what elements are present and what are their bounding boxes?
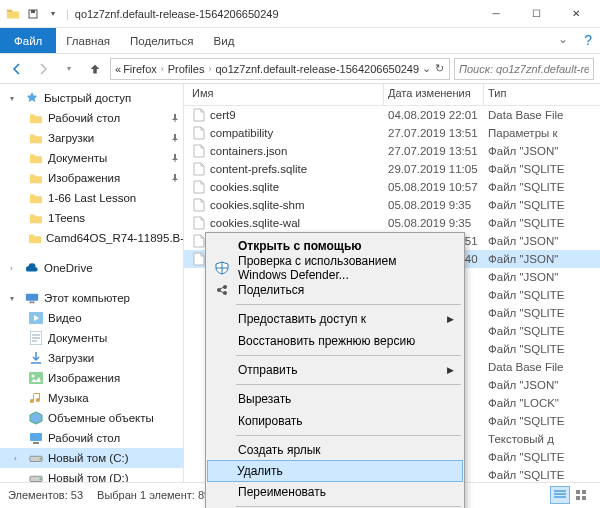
help-icon[interactable]: ? <box>576 28 600 53</box>
ctx-restore[interactable]: Восстановить прежнюю версию <box>208 330 462 352</box>
nav-label: Загрузки <box>48 352 94 364</box>
nav-quick-item[interactable]: Camd64OS_R74-11895.B-Special <box>0 228 183 248</box>
nav-quick-item[interactable]: Загрузки <box>0 128 183 148</box>
navigation-pane: ▾ Быстрый доступ Рабочий столЗагрузкиДок… <box>0 84 184 482</box>
nav-this-pc[interactable]: ▾ Этот компьютер <box>0 288 183 308</box>
file-row[interactable]: cookies.sqlite05.08.2019 10:57Файл "SQLI… <box>184 178 600 196</box>
file-row[interactable]: content-prefs.sqlite29.07.2019 11:05Файл… <box>184 160 600 178</box>
address-dropdown-icon[interactable]: ⌄ <box>421 62 432 75</box>
nav-pc-item[interactable]: Загрузки <box>0 348 183 368</box>
nav-back-button[interactable] <box>6 58 28 80</box>
ctx-send-to[interactable]: Отправить▶ <box>208 359 462 381</box>
search-input[interactable] <box>454 58 594 80</box>
chevron-right-icon[interactable]: › <box>206 64 213 74</box>
ctx-delete[interactable]: Удалить <box>207 460 463 482</box>
nav-pc-item[interactable]: Изображения <box>0 368 183 388</box>
file-row[interactable]: cookies.sqlite-wal05.08.2019 9:35Файл "S… <box>184 214 600 232</box>
ctx-separator <box>236 435 461 436</box>
ctx-label: Отправить <box>238 363 298 377</box>
ctx-cut[interactable]: Вырезать <box>208 388 462 410</box>
nav-label: 1Teens <box>48 212 85 224</box>
file-icon <box>192 450 206 464</box>
svg-point-11 <box>40 458 42 460</box>
chevron-down-icon[interactable]: ▾ <box>10 294 20 303</box>
nav-up-button[interactable] <box>84 58 106 80</box>
svg-rect-21 <box>582 496 586 500</box>
nav-pc-item[interactable]: Музыка <box>0 388 183 408</box>
nav-pc-item[interactable]: Рабочий стол <box>0 428 183 448</box>
qat-dropdown-icon[interactable]: ▾ <box>44 5 62 23</box>
ctx-shortcut[interactable]: Создать ярлык <box>208 439 462 461</box>
file-icon <box>192 216 206 230</box>
ctx-give-access[interactable]: Предоставить доступ к▶ <box>208 308 462 330</box>
column-date[interactable]: Дата изменения <box>384 84 484 105</box>
nav-recent-button[interactable]: ▾ <box>58 58 80 80</box>
chevron-right-icon[interactable]: › <box>10 264 20 273</box>
nav-quick-item[interactable]: Документы <box>0 148 183 168</box>
nav-quick-item[interactable]: Изображения <box>0 168 183 188</box>
file-row[interactable]: cookies.sqlite-shm05.08.2019 9:35Файл "S… <box>184 196 600 214</box>
minimize-button[interactable]: ─ <box>476 0 516 28</box>
folder-icon <box>28 390 44 406</box>
nav-forward-button[interactable] <box>32 58 54 80</box>
file-row[interactable]: compatibility27.07.2019 13:51Параметры к <box>184 124 600 142</box>
file-type: Файл "SQLITE <box>484 343 600 355</box>
qat-save-icon[interactable] <box>24 5 42 23</box>
ribbon: Файл Главная Поделиться Вид ⌄ ? <box>0 28 600 54</box>
chevron-right-icon[interactable]: › <box>159 64 166 74</box>
maximize-button[interactable]: ☐ <box>516 0 556 28</box>
pin-icon <box>171 174 179 182</box>
nav-quick-access[interactable]: ▾ Быстрый доступ <box>0 88 183 108</box>
ctx-label: Создать ярлык <box>238 443 321 457</box>
svg-rect-20 <box>576 496 580 500</box>
file-icon <box>192 270 206 284</box>
view-icons-button[interactable] <box>572 486 592 504</box>
nav-quick-item[interactable]: 1-66 Last Lesson <box>0 188 183 208</box>
ribbon-tab-share[interactable]: Поделиться <box>120 28 204 53</box>
view-details-button[interactable] <box>550 486 570 504</box>
file-type: Файл "JSON" <box>484 271 600 283</box>
chevron-right-icon: ▶ <box>447 314 454 324</box>
ribbon-tab-home[interactable]: Главная <box>56 28 120 53</box>
ctx-share[interactable]: Поделиться <box>208 279 462 301</box>
nav-onedrive[interactable]: › OneDrive <box>0 258 183 278</box>
ctx-defender[interactable]: Проверка с использованием Windows Defend… <box>208 257 462 279</box>
nav-quick-item[interactable]: Рабочий стол <box>0 108 183 128</box>
ribbon-tab-view[interactable]: Вид <box>204 28 245 53</box>
file-icon <box>192 126 206 140</box>
file-icon <box>192 144 206 158</box>
breadcrumb-item[interactable]: qo1z7znf.default-release-1564206650249 <box>215 63 419 75</box>
file-icon <box>192 306 206 320</box>
close-button[interactable]: ✕ <box>556 0 596 28</box>
nav-pc-item[interactable]: Новый том (D:) <box>0 468 183 482</box>
column-type[interactable]: Тип <box>484 84 600 105</box>
file-type: Файл "LOCK" <box>484 397 600 409</box>
drive-icon <box>28 450 44 466</box>
file-icon <box>192 180 206 194</box>
nav-pc-item[interactable]: Объемные объекты <box>0 408 183 428</box>
ctx-label: Восстановить прежнюю версию <box>238 334 415 348</box>
breadcrumb-item[interactable]: Profiles <box>168 63 205 75</box>
file-name: compatibility <box>210 127 273 139</box>
nav-pc-item[interactable]: Видео <box>0 308 183 328</box>
file-type: Файл "SQLITE <box>484 307 600 319</box>
file-row[interactable]: containers.json27.07.2019 13:51Файл "JSO… <box>184 142 600 160</box>
nav-pc-item[interactable]: Документы <box>0 328 183 348</box>
breadcrumb-item[interactable]: Firefox <box>123 63 157 75</box>
chevron-right-icon[interactable]: › <box>14 454 24 463</box>
column-name[interactable]: Имя <box>184 84 384 105</box>
file-type: Файл "SQLITE <box>484 325 600 337</box>
chevron-down-icon[interactable]: ▾ <box>10 94 20 103</box>
ribbon-collapse-icon[interactable]: ⌄ <box>550 28 576 53</box>
refresh-icon[interactable]: ↻ <box>434 62 445 75</box>
ctx-rename[interactable]: Переименовать <box>208 481 462 503</box>
ribbon-file-tab[interactable]: Файл <box>0 28 56 53</box>
nav-label: Видео <box>48 312 82 324</box>
nav-quick-item[interactable]: 1Teens <box>0 208 183 228</box>
breadcrumb[interactable]: « Firefox › Profiles › qo1z7znf.default-… <box>110 58 450 80</box>
folder-icon <box>28 110 44 126</box>
nav-pc-item[interactable]: ›Новый том (C:) <box>0 448 183 468</box>
folder-icon <box>28 190 44 206</box>
file-row[interactable]: cert904.08.2019 22:01Data Base File <box>184 106 600 124</box>
ctx-copy[interactable]: Копировать <box>208 410 462 432</box>
